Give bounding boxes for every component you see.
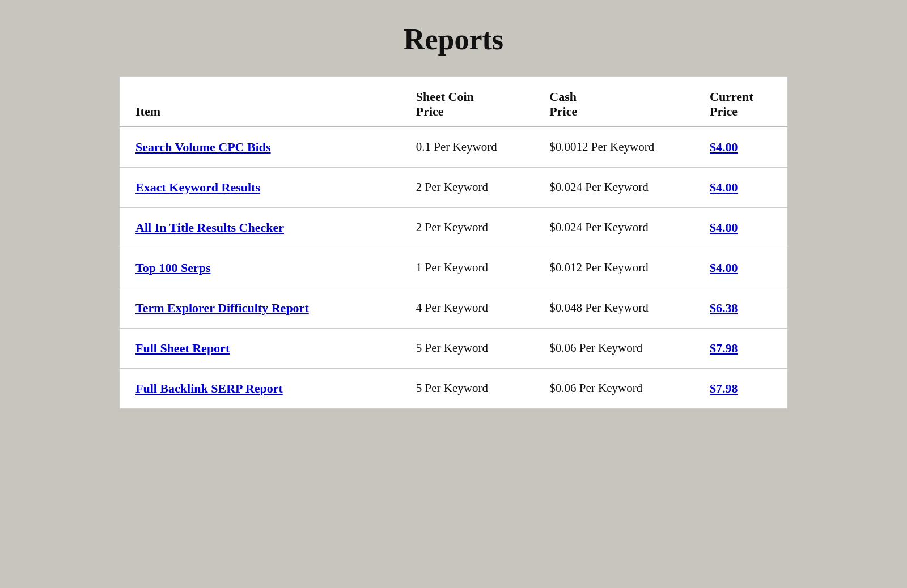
current-price-cell: $4.00 xyxy=(694,248,787,288)
item-cell: Full Sheet Report xyxy=(120,328,400,368)
reports-table-wrapper: Item Sheet Coin Price Cash Price Current… xyxy=(119,76,788,409)
page-title: Reports xyxy=(404,23,503,56)
current-price-link-1[interactable]: $4.00 xyxy=(710,180,738,194)
current-price-link-0[interactable]: $4.00 xyxy=(710,140,738,154)
current-price-cell: $4.00 xyxy=(694,207,787,248)
current-price-link-3[interactable]: $4.00 xyxy=(710,261,738,275)
current-price-link-6[interactable]: $7.98 xyxy=(710,381,738,395)
column-header-sheet-coin-price: Sheet Coin Price xyxy=(400,77,534,127)
cash-price-cell: $0.012 Per Keyword xyxy=(533,248,694,288)
table-row: Term Explorer Difficulty Report 4 Per Ke… xyxy=(120,288,787,328)
item-link-2[interactable]: All In Title Results Checker xyxy=(135,220,284,235)
cash-price-cell: $0.06 Per Keyword xyxy=(533,368,694,408)
item-link-4[interactable]: Term Explorer Difficulty Report xyxy=(135,301,309,315)
sheet-coin-price-cell: 5 Per Keyword xyxy=(400,328,534,368)
current-price-cell: $4.00 xyxy=(694,167,787,207)
sheet-coin-price-cell: 1 Per Keyword xyxy=(400,248,534,288)
table-row: Exact Keyword Results 2 Per Keyword $0.0… xyxy=(120,167,787,207)
table-row: Full Sheet Report 5 Per Keyword $0.06 Pe… xyxy=(120,328,787,368)
table-row: All In Title Results Checker 2 Per Keywo… xyxy=(120,207,787,248)
column-header-cash-price: Cash Price xyxy=(533,77,694,127)
cash-price-cell: $0.06 Per Keyword xyxy=(533,328,694,368)
item-link-1[interactable]: Exact Keyword Results xyxy=(135,180,260,194)
table-row: Full Backlink SERP Report 5 Per Keyword … xyxy=(120,368,787,408)
item-link-0[interactable]: Search Volume CPC Bids xyxy=(135,140,271,154)
current-price-cell: $4.00 xyxy=(694,127,787,168)
current-price-link-4[interactable]: $6.38 xyxy=(710,301,738,315)
sheet-coin-price-cell: 4 Per Keyword xyxy=(400,288,534,328)
item-link-5[interactable]: Full Sheet Report xyxy=(135,341,230,355)
item-cell: Full Backlink SERP Report xyxy=(120,368,400,408)
cash-price-cell: $0.048 Per Keyword xyxy=(533,288,694,328)
sheet-coin-price-cell: 5 Per Keyword xyxy=(400,368,534,408)
current-price-cell: $7.98 xyxy=(694,368,787,408)
item-cell: Term Explorer Difficulty Report xyxy=(120,288,400,328)
cash-price-cell: $0.024 Per Keyword xyxy=(533,167,694,207)
table-row: Top 100 Serps 1 Per Keyword $0.012 Per K… xyxy=(120,248,787,288)
item-link-3[interactable]: Top 100 Serps xyxy=(135,261,210,275)
sheet-coin-price-cell: 0.1 Per Keyword xyxy=(400,127,534,168)
current-price-cell: $7.98 xyxy=(694,328,787,368)
item-cell: Top 100 Serps xyxy=(120,248,400,288)
table-row: Search Volume CPC Bids 0.1 Per Keyword $… xyxy=(120,127,787,168)
current-price-cell: $6.38 xyxy=(694,288,787,328)
column-header-current-price: Current Price xyxy=(694,77,787,127)
reports-table: Item Sheet Coin Price Cash Price Current… xyxy=(120,77,787,408)
cash-price-cell: $0.0012 Per Keyword xyxy=(533,127,694,168)
item-cell: Search Volume CPC Bids xyxy=(120,127,400,168)
current-price-link-2[interactable]: $4.00 xyxy=(710,220,738,235)
item-cell: All In Title Results Checker xyxy=(120,207,400,248)
item-cell: Exact Keyword Results xyxy=(120,167,400,207)
cash-price-cell: $0.024 Per Keyword xyxy=(533,207,694,248)
sheet-coin-price-cell: 2 Per Keyword xyxy=(400,207,534,248)
item-link-6[interactable]: Full Backlink SERP Report xyxy=(135,381,283,395)
column-header-item: Item xyxy=(120,77,400,127)
sheet-coin-price-cell: 2 Per Keyword xyxy=(400,167,534,207)
table-header-row: Item Sheet Coin Price Cash Price Current… xyxy=(120,77,787,127)
current-price-link-5[interactable]: $7.98 xyxy=(710,341,738,355)
